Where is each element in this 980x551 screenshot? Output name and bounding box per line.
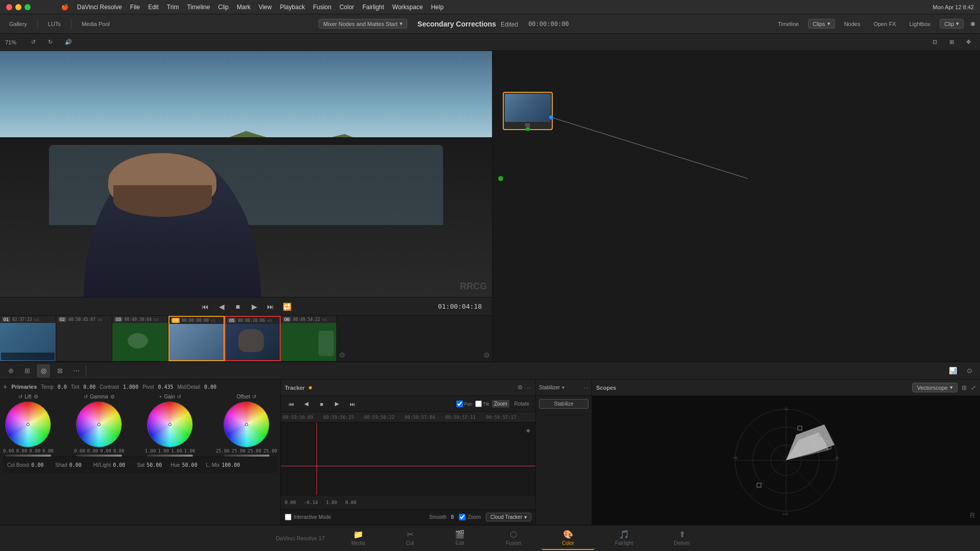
tracker-play-btn[interactable]: ▶ <box>331 398 343 410</box>
menu-timeline[interactable]: Timeline <box>187 4 210 11</box>
clip-dropdown[interactable]: Clip ▾ <box>940 19 964 29</box>
clip-item-03[interactable]: 03 08:49:39:04 V2 <box>112 316 168 361</box>
menu-bar[interactable]: 🍎 DaVinci Resolve File Edit Trim Timelin… <box>61 4 444 11</box>
menu-color[interactable]: Color <box>339 4 354 11</box>
mixer-nodes-dropdown[interactable]: Mixer Nodes and Mattes Start ▾ <box>318 19 407 29</box>
nav-color[interactable]: 🎨 Color <box>542 527 595 550</box>
tilt-checkbox[interactable]: Tilt <box>475 400 489 407</box>
rotate-mode-btn[interactable]: Rotate <box>512 400 531 408</box>
gain-reset-btn[interactable]: ↺ <box>177 394 181 399</box>
menu-help[interactable]: Help <box>431 4 444 11</box>
contrast-value[interactable]: 1.000 <box>123 384 138 390</box>
tracker-more-btn[interactable]: ··· <box>527 385 531 391</box>
preview-video[interactable]: RRCG <box>0 51 492 297</box>
cloud-tracker-dropdown[interactable]: Cloud Tracker ▾ <box>486 513 531 521</box>
lmix-value[interactable]: 100.00 <box>222 462 240 468</box>
stabilizer-more[interactable]: ··· <box>584 385 589 391</box>
audio-icon[interactable]: 🔊 <box>61 37 76 47</box>
offset-wheel[interactable] <box>224 402 270 447</box>
pivot-value[interactable]: 0.435 <box>158 384 173 390</box>
pan-checkbox[interactable]: Pan <box>456 400 472 407</box>
menu-edit[interactable]: Edit <box>148 4 159 11</box>
hsl-btn[interactable]: ⊠ <box>53 364 66 378</box>
interactive-mode-check[interactable] <box>285 514 291 520</box>
color-wheels-btn[interactable]: ⊕ <box>4 364 17 378</box>
menu-file[interactable]: File <box>130 4 140 11</box>
gamma-settings-btn[interactable]: ⚙ <box>110 394 115 399</box>
lightbox-button[interactable]: Lightbox <box>905 19 935 29</box>
nodes-area[interactable]: 01 <box>493 51 980 361</box>
undo-icon[interactable]: ↺ <box>27 37 40 47</box>
timeline-button[interactable]: Timeline <box>774 19 803 29</box>
zoom-check[interactable] <box>459 514 465 520</box>
tracker-stop-btn[interactable]: ■ <box>315 398 328 410</box>
pan-check-input[interactable] <box>456 400 463 407</box>
clip-thumb-06[interactable] <box>281 323 336 361</box>
media-pool-button[interactable]: Media Pool <box>78 19 114 29</box>
clip-thumb-04[interactable] <box>169 324 224 360</box>
nav-media[interactable]: 📁 Media <box>331 527 385 550</box>
stabilize-button[interactable]: Stabilize <box>539 399 589 409</box>
tracker-prev-btn[interactable]: ⏮ <box>285 398 297 410</box>
menu-fairlight[interactable]: Fairlight <box>362 4 384 11</box>
menu-clip[interactable]: Clip <box>218 4 229 11</box>
menu-playback[interactable]: Playback <box>280 4 305 11</box>
zoom-mode-btn[interactable]: Zoom <box>492 400 509 408</box>
clip-thumb-03[interactable] <box>112 323 168 361</box>
clip-item-05[interactable]: 05 00:00:20:06 V2 <box>225 316 281 361</box>
nav-deliver[interactable]: ⬆ Deliver <box>653 527 710 550</box>
settings-icon[interactable]: ✥ <box>962 37 975 47</box>
loop-button[interactable]: 🔁 <box>281 300 293 313</box>
luts-button[interactable]: LUTs <box>44 19 65 29</box>
hue-value[interactable]: 50.00 <box>182 462 200 468</box>
interactive-mode-checkbox[interactable]: Interactive Mode <box>285 514 331 520</box>
prev-frame-button[interactable]: ◀ <box>215 300 228 313</box>
close-button[interactable] <box>6 4 12 10</box>
scopes-grid-btn[interactable]: ⊞ <box>962 384 967 391</box>
nodes-button[interactable]: Nodes <box>840 19 865 29</box>
clips-dropdown[interactable]: Clips ▾ <box>808 19 835 29</box>
smooth-value[interactable]: 0 <box>451 514 454 520</box>
stop-button[interactable]: ■ <box>232 300 244 313</box>
gain-wheel[interactable] <box>147 402 193 447</box>
gallery-button[interactable]: Gallery <box>5 19 31 29</box>
gamma-wheel[interactable] <box>76 402 122 447</box>
nav-fairlight[interactable]: 🎵 Fairlight <box>595 527 654 550</box>
tracker-settings-btn[interactable]: ⚙ <box>518 384 523 391</box>
nav-edit[interactable]: 🎬 Edit <box>434 527 485 550</box>
mid-detail-value[interactable]: 0.00 <box>204 384 216 390</box>
menu-workspace[interactable]: Workspace <box>393 4 423 11</box>
minimize-button[interactable] <box>15 4 21 10</box>
tint-value[interactable]: 0.00 <box>83 384 95 390</box>
temp-value[interactable]: 0.0 <box>58 384 67 390</box>
skip-start-button[interactable]: ⏮ <box>199 300 211 313</box>
vectorscope-display[interactable]: -B +B -G +G R <box>592 396 980 524</box>
menu-mark[interactable]: Mark <box>237 4 251 11</box>
maximize-button[interactable] <box>24 4 31 10</box>
scopes-expand-btn[interactable]: ⤢ <box>971 384 976 391</box>
clip-item-02[interactable]: 02 08:50:45:07 V1 <box>56 316 112 361</box>
add-node-btn[interactable]: + <box>3 383 7 391</box>
play-button[interactable]: ▶ <box>248 300 260 313</box>
gain-add-btn[interactable]: + <box>159 394 162 399</box>
lift-settings-btn[interactable]: ⚙ <box>34 394 38 399</box>
tracker-next-btn[interactable]: ⏭ <box>346 398 358 410</box>
gamma-reset-btn[interactable]: ↺ <box>84 394 88 399</box>
sat-value[interactable]: 50.00 <box>146 462 164 468</box>
tilt-check-input[interactable] <box>475 400 482 407</box>
lift-wheel[interactable] <box>5 402 51 447</box>
clip-item-04[interactable]: 04 00:00:00:00 V1 <box>168 316 225 361</box>
menu-trim[interactable]: Trim <box>167 4 179 11</box>
open-fx-button[interactable]: Open FX <box>869 19 900 29</box>
node-01[interactable]: 01 <box>503 92 553 130</box>
offset-reset-btn[interactable]: ↺ <box>252 394 256 399</box>
tracker-graph[interactable]: ◆ <box>281 422 535 495</box>
menu-view[interactable]: View <box>259 4 272 11</box>
vectorscope-btn[interactable]: ⊙ <box>963 364 976 378</box>
motion-btn[interactable]: ⋯ <box>69 364 83 378</box>
hilight-value[interactable]: 0.00 <box>113 462 131 468</box>
grid-icon[interactable]: ⊞ <box>945 37 958 47</box>
lift-reset-btn[interactable]: ↺ <box>18 394 22 399</box>
tracker-play-back-btn[interactable]: ◀ <box>300 398 312 410</box>
window-controls[interactable] <box>6 4 31 10</box>
